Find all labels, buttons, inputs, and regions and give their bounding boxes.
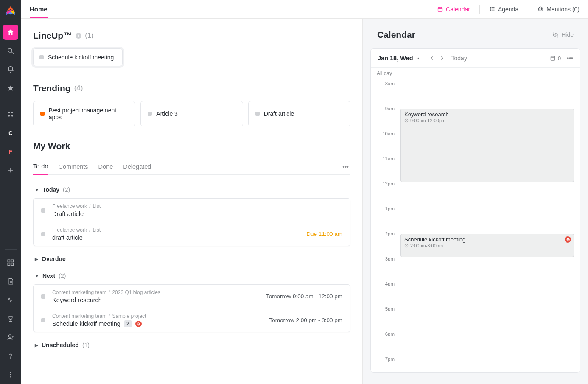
calendar-next-button[interactable] [438, 54, 446, 62]
topbar: Home Calendar Agenda Mentions (0) [21, 0, 588, 19]
app-logo[interactable] [5, 5, 17, 17]
group-label: Today [42, 186, 59, 193]
calendar-prev-button[interactable] [428, 54, 436, 62]
task-time: Tomorrow 2:00 pm - 3:00 pm [269, 317, 342, 323]
subtask-count: 2 [124, 320, 132, 327]
calendar-heading: Calendar [377, 30, 415, 40]
blocked-icon: ⊖ [565, 236, 571, 243]
trending-card-label: Best project management apps [49, 107, 129, 121]
task-row[interactable]: Content marketing team/Sample project Sc… [34, 308, 350, 332]
chevron-right-icon [439, 55, 445, 61]
task-row[interactable]: Freelance work/List Draft article [34, 199, 350, 222]
svg-point-2 [8, 112, 10, 113]
group-today[interactable]: ▼ Today (2) [33, 181, 350, 198]
chevron-right-icon: ▶ [35, 343, 38, 348]
trending-card[interactable]: Best project management apps [33, 101, 135, 126]
mentions-label: Mentions (0) [546, 6, 580, 13]
calendar-day-column[interactable]: Keyword research 9:00am-12:00pm Schedule… [398, 79, 580, 372]
bell-icon [7, 66, 14, 73]
mywork-tab-done[interactable]: Done [98, 159, 113, 174]
event-title: Keyword research [404, 111, 570, 118]
group-count: (2) [63, 186, 70, 193]
task-time: Tomorrow 9:00 am - 12:00 pm [266, 293, 342, 300]
task-list-next: Content marketing team/2023 Q1 blog arti… [33, 284, 350, 332]
svg-point-31 [540, 8, 542, 10]
mywork-heading: My Work [33, 141, 350, 151]
chevron-down-icon [415, 56, 420, 61]
allday-body[interactable] [398, 68, 580, 79]
sidebar-docs[interactable] [3, 274, 18, 289]
ellipsis-vertical-icon [7, 371, 14, 378]
status-square[interactable] [41, 232, 45, 236]
sidebar-space-c[interactable]: C [3, 125, 18, 140]
calendar-toolbar: Jan 18, Wed Today [371, 49, 580, 67]
task-due-badge: Due 11:00 am [306, 231, 342, 237]
status-square[interactable] [41, 208, 45, 213]
task-title: Schedule kickoff meeting [52, 320, 120, 327]
grid-icon [7, 110, 14, 118]
svg-point-18 [10, 372, 11, 373]
sidebar-help[interactable] [3, 348, 18, 364]
group-overdue[interactable]: ▶ Overdue [33, 250, 350, 267]
sidebar-invite[interactable] [3, 330, 18, 345]
sidebar-goals[interactable] [3, 311, 18, 326]
task-row[interactable]: Freelance work/List draft article Due 11… [34, 222, 350, 246]
trending-card-label: Draft article [264, 110, 294, 117]
sidebar-spaces[interactable] [3, 107, 18, 122]
status-square [148, 112, 152, 116]
calendar-panel: Calendar Hide Jan 18, Wed [362, 19, 588, 384]
sidebar-space-f[interactable]: F [3, 144, 18, 159]
calendar-event[interactable]: Keyword research 9:00am-12:00pm [400, 109, 574, 182]
sidebar-pulse[interactable] [3, 292, 18, 308]
calendar-events-count[interactable]: 0 [550, 55, 561, 62]
group-next[interactable]: ▼ Next (2) [33, 267, 350, 284]
task-breadcrumb: Content marketing team/2023 Q1 blog arti… [52, 289, 266, 295]
topnav-calendar[interactable]: Calendar [437, 6, 470, 13]
svg-rect-21 [438, 7, 442, 11]
mywork-tab-todo[interactable]: To do [33, 159, 48, 175]
search-icon [7, 47, 14, 55]
tab-home[interactable]: Home [30, 6, 48, 18]
separator [528, 5, 528, 14]
svg-rect-11 [11, 263, 14, 266]
calendar-event[interactable]: Schedule kickoff meeting 2:00pm-3:00pm ⊖ [400, 234, 574, 257]
calendar-date-picker[interactable]: Jan 18, Wed [378, 55, 420, 62]
sidebar-add-space[interactable] [3, 163, 18, 178]
svg-point-14 [9, 335, 11, 337]
group-unscheduled[interactable]: ▶ Unscheduled (1) [33, 336, 350, 353]
event-time: 9:00am-12:00pm [404, 118, 570, 123]
lineup-card[interactable]: Schedule kickoff meeting [33, 48, 123, 66]
trending-card[interactable]: Draft article [248, 101, 350, 126]
trophy-icon [7, 315, 14, 322]
allday-row: All day [371, 67, 580, 79]
svg-point-5 [11, 115, 13, 117]
status-square[interactable] [41, 318, 45, 322]
sidebar-dashboards[interactable] [3, 255, 18, 270]
mywork-tab-delegated[interactable]: Delegated [123, 159, 151, 174]
event-time: 2:00pm-3:00pm [404, 243, 570, 248]
svg-point-17 [10, 358, 11, 358]
time-column: 8am 9am 10am 11am 12pm 1pm 2pm 3pm 4pm 5… [371, 79, 398, 372]
task-row[interactable]: Content marketing team/2023 Q1 blog arti… [34, 285, 350, 308]
sidebar-favorites[interactable] [3, 81, 18, 96]
hide-calendar-button[interactable]: Hide [552, 31, 574, 38]
sidebar-more[interactable] [3, 367, 18, 382]
topnav-agenda[interactable]: Agenda [489, 6, 518, 13]
svg-rect-10 [8, 263, 10, 266]
mywork-tab-comments[interactable]: Comments [58, 159, 88, 174]
calendar-today-button[interactable]: Today [451, 55, 467, 62]
calendar-icon [437, 6, 443, 12]
sidebar-divider [5, 101, 17, 101]
calendar-more-button[interactable]: ••• [567, 55, 573, 62]
trending-card[interactable]: Article 3 [140, 101, 243, 126]
sidebar-search[interactable] [3, 43, 18, 59]
help-icon [7, 352, 14, 360]
info-icon[interactable]: i [76, 33, 81, 39]
mywork-more[interactable]: ••• [342, 163, 350, 170]
sidebar-home[interactable] [3, 25, 18, 40]
sidebar-notifications[interactable] [3, 62, 18, 77]
status-square[interactable] [41, 294, 45, 299]
svg-line-1 [11, 52, 14, 54]
task-breadcrumb: Freelance work/List [52, 203, 342, 209]
topnav-mentions[interactable]: Mentions (0) [538, 6, 580, 13]
